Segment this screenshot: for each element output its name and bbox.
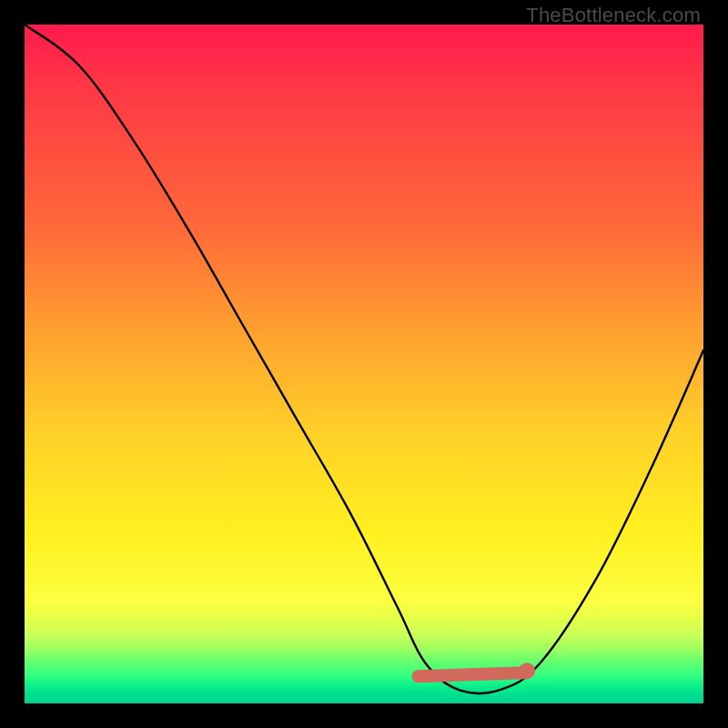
- flat-region-end-dot: [519, 662, 535, 679]
- flat-region-start-dot: [412, 670, 425, 682]
- chart-svg: [25, 25, 703, 703]
- plot-area: [25, 25, 703, 703]
- bottleneck-curve: [25, 25, 703, 693]
- flat-region-marker: [419, 672, 527, 676]
- chart-container: TheBottleneck.com: [0, 0, 728, 728]
